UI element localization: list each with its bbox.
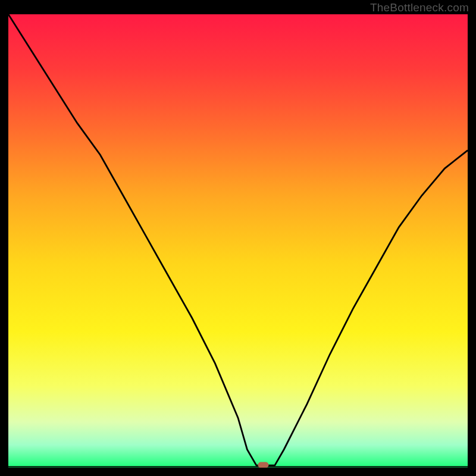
watermark-text: TheBottleneck.com — [370, 1, 469, 14]
bottleneck-curve — [8, 14, 468, 465]
optimum-marker — [258, 462, 268, 468]
plot-area — [8, 14, 468, 468]
chart-container: TheBottleneck.com — [0, 0, 476, 476]
curve-overlay — [8, 14, 468, 468]
